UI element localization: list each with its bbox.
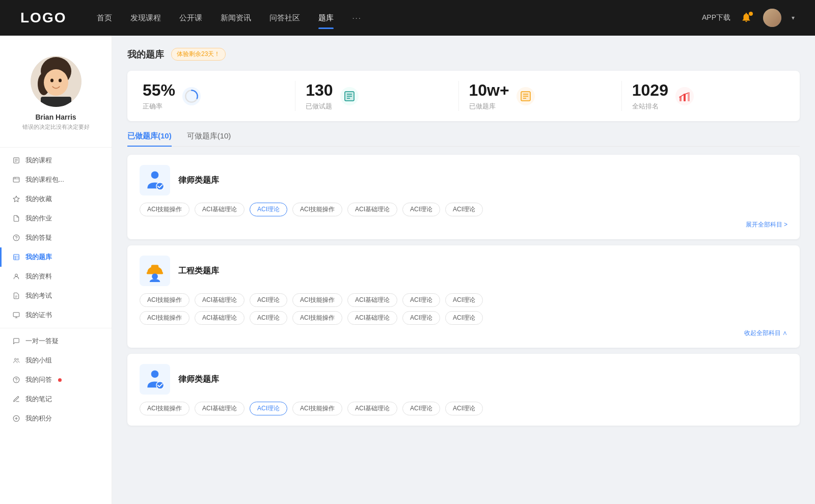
stat-accuracy: 55% 正确率 (143, 81, 295, 111)
stat-accuracy-label: 正确率 (143, 102, 175, 111)
tag-l2-3[interactable]: ACI理论 (250, 402, 287, 415)
nav-question-bank[interactable]: 题库 (318, 11, 334, 25)
my-points-label: 我的积分 (25, 414, 52, 423)
svg-point-49 (151, 370, 159, 378)
tag-e1-1[interactable]: ACI技能操作 (140, 293, 189, 307)
tag-l1-2[interactable]: ACI基础理论 (195, 203, 244, 216)
sidebar-divider-mid (0, 328, 112, 328)
tag-e1-2[interactable]: ACI基础理论 (195, 293, 244, 307)
my-course-label: 我的课程 (25, 156, 52, 165)
bank-card-engineer: 工程类题库 ACI技能操作 ACI基础理论 ACI理论 ACI技能操作 ACI基… (127, 245, 800, 348)
sidebar-item-my-course-package[interactable]: 我的课程包... (0, 170, 112, 189)
tags-row-engineer-2: ACI技能操作 ACI基础理论 ACI理论 ACI技能操作 ACI基础理论 AC… (140, 311, 787, 325)
tag-e1-3[interactable]: ACI理论 (250, 293, 287, 307)
tag-e2-7[interactable]: ACI理论 (445, 311, 483, 325)
sidebar-item-my-group[interactable]: 我的小组 (0, 351, 112, 370)
tab-available-banks[interactable]: 可做题库(10) (187, 131, 231, 146)
tag-l2-2[interactable]: ACI基础理论 (195, 402, 244, 415)
my-favorites-label: 我的收藏 (25, 194, 52, 204)
tag-l1-1[interactable]: ACI技能操作 (140, 203, 189, 216)
logo: LOGO (20, 10, 66, 26)
collapse-engineer[interactable]: 收起全部科目 ∧ (140, 329, 787, 338)
tags-row-engineer-1: ACI技能操作 ACI基础理论 ACI理论 ACI技能操作 ACI基础理论 AC… (140, 293, 787, 307)
svg-rect-14 (14, 255, 19, 260)
tab-done-banks[interactable]: 已做题库(10) (127, 131, 172, 146)
bank-card-lawyer-1-header: 律师类题库 (140, 165, 787, 195)
nav-qa[interactable]: 问答社区 (269, 11, 300, 25)
my-exam-icon (12, 292, 20, 300)
navbar-right: APP下载 ▾ (702, 9, 795, 27)
tag-e2-5[interactable]: ACI基础理论 (347, 311, 397, 325)
svg-point-18 (15, 274, 18, 276)
done-questions-icon (340, 87, 359, 105)
tag-l1-5[interactable]: ACI基础理论 (347, 203, 397, 216)
tag-e1-5[interactable]: ACI基础理论 (347, 293, 397, 307)
my-homework-icon (12, 214, 20, 222)
stat-done-questions: 130 已做试题 (295, 81, 458, 111)
user-avatar (31, 56, 82, 107)
stat-accuracy-number: 55% (143, 81, 175, 100)
user-avatar-nav[interactable] (763, 9, 781, 27)
my-favorites-icon (12, 195, 20, 203)
sidebar-item-my-exam[interactable]: 我的考试 (0, 286, 112, 305)
bank-card-lawyer-2-header: 律师类题库 (140, 364, 787, 395)
svg-rect-21 (13, 313, 19, 317)
tag-e2-3[interactable]: ACI理论 (250, 311, 287, 325)
avatar-image (763, 9, 781, 27)
my-qa-icon (12, 234, 20, 242)
tag-e2-4[interactable]: ACI技能操作 (292, 311, 342, 325)
engineer-icon (140, 256, 170, 286)
nav-discover[interactable]: 发现课程 (130, 11, 161, 25)
tag-e2-6[interactable]: ACI理论 (402, 311, 440, 325)
sidebar-item-my-qa[interactable]: 我的答疑 (0, 228, 112, 247)
stat-banks-number: 10w+ (469, 81, 509, 100)
tag-l1-6[interactable]: ACI理论 (402, 203, 440, 216)
sidebar-item-my-course[interactable]: 我的课程 (0, 151, 112, 170)
tag-e1-4[interactable]: ACI技能操作 (292, 293, 342, 307)
tag-e1-6[interactable]: ACI理论 (402, 293, 440, 307)
nav-news[interactable]: 新闻资讯 (221, 11, 251, 25)
tag-l1-3[interactable]: ACI理论 (250, 203, 287, 216)
sidebar-item-my-profile[interactable]: 我的资料 (0, 267, 112, 286)
sidebar-item-my-homework[interactable]: 我的作业 (0, 209, 112, 228)
tags-row-lawyer-2: ACI技能操作 ACI基础理论 ACI理论 ACI技能操作 ACI基础理论 AC… (140, 402, 787, 415)
notification-bell[interactable] (741, 12, 753, 24)
my-certificate-icon (12, 311, 20, 319)
my-qa-label: 我的答疑 (25, 233, 52, 242)
tag-l1-7[interactable]: ACI理论 (445, 203, 483, 216)
tag-e1-7[interactable]: ACI理论 (445, 293, 483, 307)
tag-l2-6[interactable]: ACI理论 (402, 402, 440, 415)
my-group-icon (12, 356, 20, 365)
nav-open-course[interactable]: 公开课 (179, 11, 202, 25)
my-notes-label: 我的笔记 (25, 395, 52, 404)
content-area: 我的题库 体验剩余23天！ 55% 正确率 (112, 36, 815, 504)
sidebar-item-one-on-one[interactable]: 一对一答疑 (0, 331, 112, 351)
tag-l1-4[interactable]: ACI技能操作 (292, 203, 342, 216)
my-question-bank-icon (12, 253, 20, 261)
stat-rank: 1029 全站排名 (622, 81, 784, 111)
tag-l2-5[interactable]: ACI基础理论 (347, 402, 397, 415)
user-menu-chevron[interactable]: ▾ (792, 14, 795, 21)
tag-e2-2[interactable]: ACI基础理论 (195, 311, 244, 325)
app-download-button[interactable]: APP下载 (702, 13, 730, 22)
lawyer-icon-1 (140, 165, 170, 195)
sidebar-item-my-points[interactable]: 我的积分 (0, 409, 112, 428)
sidebar-item-my-favorites[interactable]: 我的收藏 (0, 189, 112, 209)
sidebar-item-my-answers[interactable]: 我的问答 (0, 370, 112, 389)
sidebar-item-my-question-bank[interactable]: 我的题库 (0, 247, 112, 267)
tag-e2-1[interactable]: ACI技能操作 (140, 311, 189, 325)
sidebar-item-my-notes[interactable]: 我的笔记 (0, 389, 112, 409)
tag-l2-1[interactable]: ACI技能操作 (140, 402, 189, 415)
main-container: Brian Harris 错误的决定比没有决定要好 我的课程 我的课程包... (0, 36, 815, 504)
stat-done-label: 已做试题 (306, 102, 333, 111)
nav-home[interactable]: 首页 (97, 11, 112, 25)
sidebar-divider-top (0, 147, 112, 148)
expand-lawyer-1[interactable]: 展开全部科目 > (140, 220, 787, 229)
my-course-package-label: 我的课程包... (25, 175, 64, 184)
tag-l2-4[interactable]: ACI技能操作 (292, 402, 342, 415)
tag-l2-7[interactable]: ACI理论 (445, 402, 483, 415)
sidebar-item-my-certificate[interactable]: 我的证书 (0, 305, 112, 325)
accuracy-icon (182, 87, 201, 105)
nav-more[interactable]: ··· (352, 11, 362, 25)
sidebar-menu: 我的课程 我的课程包... 我的收藏 我的作业 (0, 151, 112, 428)
